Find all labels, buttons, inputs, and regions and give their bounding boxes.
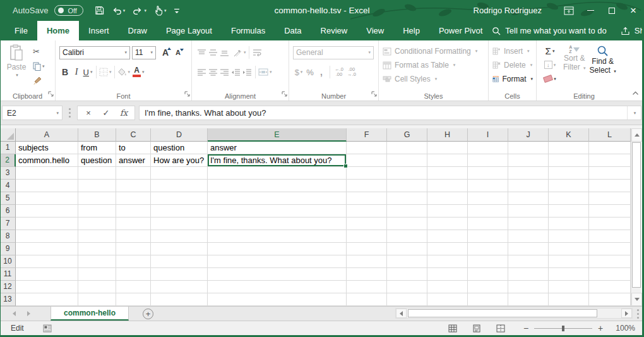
font-size-dropdown-icon[interactable]: ▾ xyxy=(150,50,153,55)
sort-filter-dropdown-icon[interactable]: ▾ xyxy=(583,66,586,70)
accounting-dropdown-icon[interactable]: ▾ xyxy=(301,70,303,75)
cell-I6[interactable] xyxy=(468,205,508,218)
page-layout-view-button[interactable] xyxy=(467,324,486,333)
cell-F2[interactable] xyxy=(347,154,387,167)
cell-L8[interactable] xyxy=(589,230,631,243)
paste-button[interactable]: Paste ▾ xyxy=(4,44,29,88)
tab-draw[interactable]: Draw xyxy=(119,21,157,40)
cell-H11[interactable] xyxy=(427,268,468,281)
cell-E3[interactable] xyxy=(208,167,347,180)
format-painter-button[interactable] xyxy=(32,73,45,88)
cell-D5[interactable] xyxy=(151,192,208,205)
clear-button[interactable]: ▾ xyxy=(540,72,559,85)
column-header-K[interactable]: K xyxy=(549,128,589,142)
previous-sheet-button[interactable] xyxy=(13,311,16,316)
row-header-6[interactable]: 6 xyxy=(0,205,16,218)
cell-E10[interactable] xyxy=(208,255,347,268)
cell-C3[interactable] xyxy=(116,167,151,180)
cell-L10[interactable] xyxy=(589,255,631,268)
cell-L7[interactable] xyxy=(589,218,631,230)
align-center-button[interactable] xyxy=(207,65,218,79)
cell-J4[interactable] xyxy=(508,180,549,192)
cell-G4[interactable] xyxy=(387,180,427,192)
cell-F12[interactable] xyxy=(347,281,387,293)
number-format-combo[interactable]: General ▾ xyxy=(293,46,374,59)
format-as-table-button[interactable]: Format as Table ▾ xyxy=(383,58,485,72)
cell-E12[interactable] xyxy=(208,281,347,293)
cell-C9[interactable] xyxy=(116,243,151,255)
cell-I2[interactable] xyxy=(468,154,508,167)
cell-D10[interactable] xyxy=(151,255,208,268)
column-header-B[interactable]: B xyxy=(78,128,116,142)
cell-J5[interactable] xyxy=(508,192,549,205)
insert-cells-button[interactable]: Insert ▾ xyxy=(492,44,533,58)
redo-button[interactable]: ▾ xyxy=(133,6,146,15)
cell-B3[interactable] xyxy=(78,167,116,180)
italic-button[interactable]: I xyxy=(71,65,82,79)
collapse-ribbon-button[interactable] xyxy=(632,87,639,98)
zoom-slider-thumb[interactable] xyxy=(562,326,564,331)
cell-D2[interactable]: How are you? xyxy=(151,154,208,167)
cell-B13[interactable] xyxy=(78,293,116,306)
tab-formulas[interactable]: Formulas xyxy=(222,21,275,40)
cell-L1[interactable] xyxy=(589,142,631,154)
find-select-dropdown-icon[interactable]: ▾ xyxy=(614,69,616,73)
cell-A12[interactable] xyxy=(16,281,78,293)
next-sheet-button[interactable] xyxy=(27,311,30,316)
name-box-dropdown-icon[interactable]: ▾ xyxy=(56,111,59,116)
cell-D3[interactable] xyxy=(151,167,208,180)
cell-A13[interactable] xyxy=(16,293,78,306)
column-header-J[interactable]: J xyxy=(508,128,549,142)
cell-A8[interactable] xyxy=(16,230,78,243)
clear-dropdown-icon[interactable]: ▾ xyxy=(554,77,556,82)
cell-C13[interactable] xyxy=(116,293,151,306)
sheet-bar-drag-dots[interactable] xyxy=(637,313,639,315)
cell-L12[interactable] xyxy=(589,281,631,293)
bold-button[interactable]: B xyxy=(59,65,71,79)
cell-D8[interactable] xyxy=(151,230,208,243)
cell-A3[interactable] xyxy=(16,167,78,180)
cell-K8[interactable] xyxy=(549,230,589,243)
font-size-combo[interactable]: 11 ▾ xyxy=(132,46,156,59)
cell-J1[interactable] xyxy=(508,142,549,154)
cut-button[interactable]: ✂ xyxy=(32,44,45,59)
close-button[interactable]: × xyxy=(623,0,644,21)
cell-styles-button[interactable]: Cell Styles ▾ xyxy=(383,72,485,86)
cell-K12[interactable] xyxy=(549,281,589,293)
new-sheet-button[interactable]: + xyxy=(143,309,153,319)
cell-I5[interactable] xyxy=(468,192,508,205)
sort-filter-button[interactable]: AZ Sort & Filter ▾ xyxy=(563,44,586,85)
conditional-formatting-dropdown-icon[interactable]: ▾ xyxy=(475,49,478,54)
scroll-left-button[interactable] xyxy=(396,309,407,318)
cell-G9[interactable] xyxy=(387,243,427,255)
cell-J3[interactable] xyxy=(508,167,549,180)
align-left-button[interactable] xyxy=(196,65,207,79)
cell-E2[interactable]: I'm fine, thanks. What about you? xyxy=(208,154,347,167)
cell-B8[interactable] xyxy=(78,230,116,243)
cell-A7[interactable] xyxy=(16,218,78,230)
cell-C11[interactable] xyxy=(116,268,151,281)
cell-D4[interactable] xyxy=(151,180,208,192)
cell-H13[interactable] xyxy=(427,293,468,306)
increase-font-size-button[interactable]: A xyxy=(159,47,172,58)
cell-F11[interactable] xyxy=(347,268,387,281)
touch-mouse-mode-button[interactable]: ▾ xyxy=(154,6,167,16)
cell-A1[interactable]: subjects xyxy=(16,142,78,154)
cell-C5[interactable] xyxy=(116,192,151,205)
column-header-A[interactable]: A xyxy=(16,128,78,142)
font-color-button[interactable]: A ▾ xyxy=(133,65,145,79)
orientation-button[interactable]: ▾ xyxy=(234,46,246,59)
copy-button[interactable]: ▾ xyxy=(32,59,45,73)
cell-I10[interactable] xyxy=(468,255,508,268)
row-header-1[interactable]: 1 xyxy=(0,142,16,154)
cell-A4[interactable] xyxy=(16,180,78,192)
cell-I11[interactable] xyxy=(468,268,508,281)
font-name-combo[interactable]: Calibri ▾ xyxy=(59,46,130,59)
cell-K6[interactable] xyxy=(549,205,589,218)
cell-F3[interactable] xyxy=(347,167,387,180)
cell-G11[interactable] xyxy=(387,268,427,281)
cell-L6[interactable] xyxy=(589,205,631,218)
cell-J6[interactable] xyxy=(508,205,549,218)
increase-decimal-button[interactable]: ←.0.00 xyxy=(333,67,345,77)
column-header-G[interactable]: G xyxy=(387,128,427,142)
